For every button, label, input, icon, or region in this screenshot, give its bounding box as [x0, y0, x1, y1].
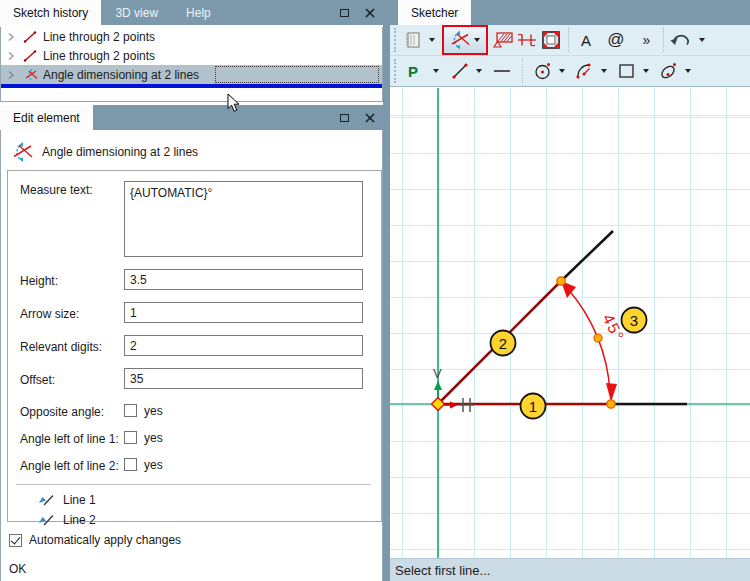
line-icon: [22, 49, 38, 63]
element-title: Angle dimensioning at 2 lines: [42, 145, 198, 159]
angle-left-line1-row: Angle left of line 1: yes: [20, 428, 371, 447]
angle-left-line2-label: Angle left of line 2:: [20, 457, 124, 473]
toolbar-overflow-button[interactable]: »: [634, 27, 658, 53]
arrow-size-label: Arrow size:: [20, 305, 124, 321]
dropdown-arrow-icon[interactable]: [474, 38, 480, 42]
toolbar-grip[interactable]: [394, 28, 398, 52]
maximize-button[interactable]: [331, 0, 357, 25]
angle-dimension-icon: [22, 68, 38, 82]
sketcher-panel: Sketcher: [390, 0, 750, 581]
toolbar-grip[interactable]: [394, 59, 398, 83]
relevant-digits-label: Relevant digits:: [20, 338, 124, 354]
tab-edit-element[interactable]: Edit element: [0, 105, 93, 130]
sketch-view-button[interactable]: [401, 27, 425, 53]
opposite-angle-checkbox[interactable]: [124, 404, 137, 417]
dock-divider[interactable]: [383, 0, 390, 581]
endpoint-line-2[interactable]: [557, 277, 565, 285]
badge-3: 3: [622, 308, 647, 333]
text-tool-button[interactable]: A: [574, 27, 598, 53]
line-tool-button[interactable]: [448, 58, 472, 84]
auto-apply-label: Automatically apply changes: [29, 533, 181, 547]
sketch-history-panel: Sketch history 3D view Help Line through…: [0, 0, 383, 102]
dropdown-arrow-icon[interactable]: [476, 69, 482, 73]
auto-apply-row: Automatically apply changes: [9, 533, 382, 547]
reference-tool-button[interactable]: @: [604, 27, 628, 53]
angle-dimension-tool-active[interactable]: [442, 25, 488, 55]
tree-row-line-1[interactable]: Line through 2 points: [1, 27, 382, 46]
tree-row-angle-dimensioning[interactable]: Angle dimensioning at 2 lines: [1, 65, 382, 84]
point-tool-button[interactable]: P: [401, 58, 425, 84]
angle-left-line1-checkbox[interactable]: [124, 431, 137, 444]
maximize-button[interactable]: [331, 105, 357, 130]
close-button[interactable]: [357, 105, 383, 130]
construction-line-diagonal[interactable]: [561, 231, 613, 281]
arc-tool-button[interactable]: [573, 58, 597, 84]
measure-text-input[interactable]: {AUTOMATIC}°: [124, 181, 363, 257]
arrow-size-input[interactable]: [124, 302, 363, 323]
checkbox-option-label: yes: [144, 431, 163, 445]
dimension-handle-point[interactable]: [594, 334, 602, 342]
ellipse-tool-button[interactable]: [657, 58, 681, 84]
endpoint-line-1[interactable]: [607, 400, 615, 408]
expander-icon[interactable]: [6, 51, 16, 61]
tree-item-label: Line through 2 points: [43, 30, 155, 44]
angle-dimension-icon: [9, 142, 33, 162]
sketch-canvas[interactable]: V 45°: [390, 88, 750, 558]
relevant-digits-row: Relevant digits:: [20, 335, 371, 356]
circle-tool-button[interactable]: [531, 58, 555, 84]
toolbar-separator: [522, 59, 523, 83]
drop-indicator-line: [1, 84, 382, 88]
frame-dimension-icon: [540, 30, 562, 50]
close-button[interactable]: [357, 0, 383, 25]
dropdown-arrow-icon[interactable]: [559, 69, 565, 73]
dropdown-arrow-icon[interactable]: [699, 38, 705, 42]
angle-dimension-arc[interactable]: [567, 288, 610, 392]
edit-element-titlebar: Edit element: [0, 105, 383, 130]
tab-sketcher[interactable]: Sketcher: [398, 0, 471, 25]
opposite-angle-label: Opposite angle:: [20, 403, 124, 419]
sketcher-toolbar-main: A @ »: [390, 25, 750, 56]
dropdown-arrow-icon[interactable]: [601, 69, 607, 73]
tree-row-line-2[interactable]: Line through 2 points: [1, 46, 382, 65]
point-tool-icon: P: [408, 63, 418, 80]
dropdown-arrow-icon[interactable]: [433, 69, 439, 73]
dropdown-arrow-icon[interactable]: [643, 69, 649, 73]
sketcher-toolbar-draw: P: [390, 56, 750, 87]
tree-item-label: Angle dimensioning at 2 lines: [43, 68, 199, 82]
left-dock: Sketch history 3D view Help Line through…: [0, 0, 383, 581]
expander-icon[interactable]: [6, 70, 16, 80]
auto-apply-checkbox[interactable]: [9, 534, 22, 547]
line-1-item[interactable]: Line 1: [38, 491, 371, 508]
tab-sketch-history[interactable]: Sketch history: [0, 0, 101, 25]
at-icon: @: [607, 30, 624, 50]
height-input[interactable]: [124, 269, 363, 290]
tab-3d-view[interactable]: 3D view: [101, 0, 172, 25]
rectangle-tool-button[interactable]: [615, 58, 639, 84]
undo-button[interactable]: [669, 27, 693, 53]
horizontal-line-tool-button[interactable]: [490, 58, 514, 84]
line-icon: [22, 30, 38, 44]
checkbox-option-label: yes: [144, 458, 163, 472]
slope-dimension-button[interactable]: [491, 27, 515, 53]
line-2-item[interactable]: Line 2: [38, 511, 371, 528]
dropdown-arrow-icon[interactable]: [429, 38, 435, 42]
dropdown-arrow-icon[interactable]: [685, 69, 691, 73]
toolbar-separator: [663, 28, 664, 52]
height-row: Height:: [20, 269, 371, 290]
expander-icon[interactable]: [6, 32, 16, 42]
offset-input[interactable]: [124, 368, 363, 389]
tab-help[interactable]: Help: [172, 0, 225, 25]
badge-2-number: 2: [499, 335, 507, 352]
close-icon: [365, 113, 375, 123]
distance-dimension-button[interactable]: [515, 27, 539, 53]
ok-button[interactable]: OK: [9, 562, 382, 576]
arrow-size-row: Arrow size:: [20, 302, 371, 323]
close-icon: [365, 8, 375, 18]
status-message: Select first line...: [395, 563, 490, 578]
angle-left-line2-checkbox[interactable]: [124, 458, 137, 471]
frame-dimension-button[interactable]: [539, 27, 563, 53]
parameters-groupbox: Measure text: {AUTOMATIC}° Height: Arrow…: [7, 170, 382, 522]
relevant-digits-input[interactable]: [124, 335, 363, 356]
text-tool-icon: A: [581, 32, 591, 49]
mouse-cursor-icon: [227, 93, 241, 113]
